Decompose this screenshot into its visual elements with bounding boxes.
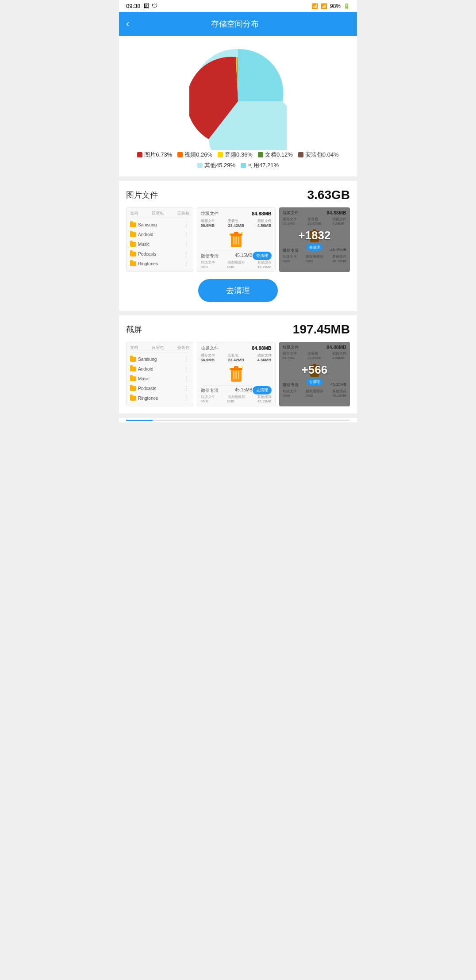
junk-total-size: 84.88MB (252, 211, 272, 216)
trash-icon: ✦ ✦ (228, 230, 244, 248)
junk-total-size2: 84.88MB (252, 345, 272, 351)
legend-label-video: 视频0.26% (184, 151, 212, 159)
legend-item-available: 可用47.21% (241, 161, 279, 169)
screenshots-file-list: 文档 压缩包 安装包 Samsung ⋮ Android ⋮ Music ⋮ (126, 342, 193, 406)
legend-dot-video (177, 152, 183, 157)
wechat-title2: 微信专清 (201, 387, 219, 394)
shield-icon: 🛡 (152, 3, 157, 9)
screenshots-thumbnails: 文档 压缩包 安装包 Samsung ⋮ Android ⋮ Music ⋮ (126, 342, 350, 406)
cache-label: 缓存文件56.9MB (201, 218, 215, 228)
legend-label-other: 其他45.29% (204, 161, 235, 169)
legend-label-available: 可用47.21% (248, 161, 279, 169)
plus-count-text: +1832 (298, 229, 330, 242)
plus-clean-button[interactable]: 去清理 (307, 244, 322, 251)
battery-text: 98% (330, 3, 341, 9)
list-item[interactable]: Podcasts ⋮ (130, 249, 189, 259)
list-item[interactable]: Music ⋮ (130, 239, 189, 249)
plus-clean-button2[interactable]: 去清理 (307, 379, 322, 385)
photos-file-list: 文档 压缩包 安装包 Samsung ⋮ Android ⋮ Music ⋮ (126, 207, 193, 272)
junk-clean-button2[interactable]: 去清理 (253, 386, 272, 394)
screenshots-section-header: 截屏 197.45MB (126, 322, 350, 337)
svg-text:✦: ✦ (228, 367, 231, 371)
list-item[interactable]: Samsung ⋮ (130, 220, 189, 230)
cache-label2: 缓存文件56.9MB (201, 353, 215, 362)
list-item[interactable]: Android ⋮ (130, 230, 189, 239)
legend-label-docs: 文档0.12% (265, 151, 293, 159)
apk-label2: 安装包23.42MB (228, 353, 244, 362)
image-icon: 🖼 (143, 3, 149, 9)
screenshots-section-title: 截屏 (126, 324, 142, 335)
photos-section: 图片文件 3.63GB 文档 压缩包 安装包 Samsung ⋮ Android… (119, 181, 357, 311)
svg-rect-16 (235, 371, 237, 379)
photos-section-title: 图片文件 (126, 190, 158, 200)
legend-item-docs: 文档0.12% (258, 151, 293, 159)
chart-legend: 图片6.73% 视频0.26% 音频0.36% 文档0.12% 安装包0.04%… (126, 151, 350, 169)
file-list-header2: 文档 压缩包 安装包 (130, 345, 189, 352)
col-apk: 安装包 (177, 211, 189, 216)
legend-item-video: 视频0.26% (177, 151, 212, 159)
list-item[interactable]: Podcasts ⋮ (130, 383, 189, 393)
list-item-ringtones[interactable]: Ringtones ⋮ (130, 259, 189, 268)
wechat-size2: 45.15MB (235, 387, 253, 394)
wechat-row2: 微信专清 45.15MB (201, 385, 253, 394)
wechat-moments: 朋友圈缓存0MB (227, 260, 245, 269)
wechat-sub-row2: 垃圾文件0MB 朋友圈缓存0MB 其他缓存45.15MB (201, 394, 272, 403)
screenshots-section-size: 197.45MB (293, 322, 350, 337)
status-time: 09:38 🖼 🛡 (126, 3, 157, 9)
svg-text:✦: ✦ (241, 231, 244, 235)
file-list-header: 文档 压缩包 安装包 (130, 211, 189, 218)
wechat-junk: 垃圾文件0MB (201, 260, 215, 269)
svg-rect-15 (233, 371, 234, 379)
screenshots-plus-card: 垃圾文件84.88MB 缓存文件56.9MB 安装包23.42MB 残留文件4.… (279, 342, 350, 406)
junk-title-text2: 垃圾文件 (201, 345, 219, 351)
photos-plus-card: 垃圾文件84.88MB 缓存文件56.9MB 安装包23.42MB 残留文件4.… (279, 207, 350, 272)
main-content: 图片6.73% 视频0.26% 音频0.36% 文档0.12% 安装包0.04%… (119, 36, 357, 422)
list-item[interactable]: Android ⋮ (130, 364, 189, 374)
screenshots-junk-card: 垃圾文件 84.88MB 缓存文件56.9MB 安装包23.42MB 残留文件4… (197, 342, 276, 406)
photos-section-size: 3.63GB (307, 188, 350, 202)
junk-sub-row: 缓存文件56.9MB 安装包23.42MB 残留文件4.56MB (201, 218, 272, 228)
residual-label2: 残留文件4.56MB (257, 353, 272, 362)
big-clean-button-photos[interactable]: 去清理 (198, 279, 278, 302)
junk-title-row: 垃圾文件 84.88MB (201, 211, 272, 217)
photos-section-header: 图片文件 3.63GB (126, 188, 350, 202)
legend-item-other: 其他45.29% (197, 161, 235, 169)
legend-item-apps: 安装包0.04% (298, 151, 339, 159)
back-button[interactable]: ‹ (126, 18, 129, 30)
chart-section: 图片6.73% 视频0.26% 音频0.36% 文档0.12% 安装包0.04%… (119, 36, 357, 176)
junk-title-row2: 垃圾文件 84.88MB (201, 345, 272, 351)
svg-text:✦: ✦ (241, 365, 244, 369)
time-text: 09:38 (126, 3, 141, 9)
legend-dot-available (241, 163, 246, 168)
wechat-title: 微信专清 (201, 253, 219, 259)
legend-dot-other (197, 163, 203, 168)
list-item-ringtones2[interactable]: Ringtones ⋮ (130, 393, 189, 403)
apk-label: 安装包23.42MB (228, 218, 244, 228)
junk-title-text: 垃圾文件 (201, 211, 219, 217)
legend-item-photos: 图片6.73% (137, 151, 172, 159)
col-zip2: 压缩包 (152, 345, 164, 351)
wechat-sub-row: 垃圾文件0MB 朋友圈缓存0MB 其他缓存45.15MB (201, 260, 272, 269)
junk-image-row2: ✦ ✦ (201, 365, 272, 383)
legend-label-audio: 音频0.36% (225, 151, 253, 159)
plus-dim-overlay: +1832 去清理 (279, 207, 350, 272)
svg-rect-17 (238, 371, 239, 379)
wechat-other2: 其他缓存45.15MB (257, 394, 272, 403)
wechat-size: 45.15MB (235, 253, 253, 259)
legend-dot-docs (258, 152, 263, 157)
col-apk2: 安装包 (177, 345, 189, 351)
status-bar: 09:38 🖼 🛡 📶 📶 98% 🔋 (119, 0, 357, 12)
trash-icon2: ✦ ✦ (228, 365, 244, 383)
list-item[interactable]: Samsung ⋮ (130, 354, 189, 364)
battery-icon: 🔋 (343, 3, 350, 9)
plus-dim-overlay2: +566 去清理 (279, 342, 350, 406)
list-item[interactable]: Music ⋮ (130, 374, 189, 383)
col-docs2: 文档 (130, 345, 138, 351)
header: ‹ 存储空间分布 (119, 12, 357, 36)
junk-clean-button[interactable]: 去清理 (253, 252, 272, 260)
svg-text:✦: ✦ (228, 233, 231, 237)
pie-chart-proper (189, 53, 287, 150)
page-title: 存储空间分布 (134, 19, 336, 29)
status-right: 📶 📶 98% 🔋 (311, 3, 350, 9)
legend-dot-audio (218, 152, 223, 157)
